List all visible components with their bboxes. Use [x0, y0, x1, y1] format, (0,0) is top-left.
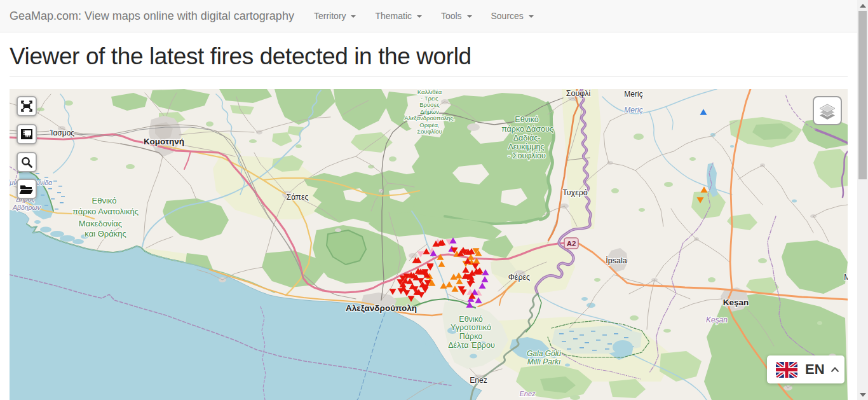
svg-text:Εθνικό: Εθνικό	[459, 315, 482, 324]
svg-text:Πάρκο: Πάρκο	[459, 332, 482, 341]
svg-text:Meriç: Meriç	[624, 90, 642, 99]
svg-text:Ίασμος: Ίασμος	[50, 128, 75, 137]
svg-text:Enez: Enez	[470, 376, 487, 385]
svg-text:Βρύσες: Βρύσες	[419, 101, 440, 108]
svg-text:Meriç: Meriç	[624, 106, 642, 114]
svg-text:Τυχερό: Τυχερό	[562, 188, 588, 197]
svg-text:Σουφλίου: Σουφλίου	[417, 128, 442, 135]
svg-text:Gala Gölü: Gala Gölü	[527, 349, 561, 358]
svg-text:Enez: Enez	[519, 390, 536, 397]
svg-text:- Σουφλίου: - Σουφλίου	[508, 151, 546, 160]
svg-text:Αλεξανδρούπολης,: Αλεξανδρούπολης,	[404, 114, 455, 121]
svg-text:Mecidiye: Mecidiye	[844, 273, 848, 282]
svg-text:Αλεξανδρούπολη: Αλεξανδρούπολη	[346, 303, 417, 313]
svg-text:Εθνικό: Εθνικό	[92, 196, 117, 205]
svg-text:Δήμων: Δήμων	[420, 108, 439, 115]
svg-text:Κομοτηνή: Κομοτηνή	[144, 137, 184, 146]
svg-text:A2: A2	[567, 240, 576, 247]
svg-text:Δαδιάς-: Δαδιάς-	[513, 134, 541, 142]
svg-text:πάρκο Ανατολικής: πάρκο Ανατολικής	[72, 207, 139, 216]
svg-text:Μακεδονίας: Μακεδονίας	[79, 219, 122, 228]
svg-text:Millî Parkı: Millî Parkı	[527, 357, 561, 366]
svg-text:İpsala: İpsala	[606, 256, 627, 265]
svg-text:Σάπες: Σάπες	[286, 193, 308, 202]
svg-text:Σουφλί: Σουφλί	[566, 89, 591, 98]
svg-text:Υγροτοπικό: Υγροτοπικό	[451, 323, 491, 332]
svg-text:Δέλτα Έβρου: Δέλτα Έβρου	[448, 341, 495, 350]
svg-text:Αβδήρων: Αβδήρων	[12, 203, 41, 211]
svg-text:Λευκίμμης: Λευκίμμης	[508, 142, 544, 151]
svg-text:και Θράκης: και Θράκης	[85, 229, 126, 238]
svg-text:Φέρες: Φέρες	[508, 273, 530, 282]
svg-text:Keşan: Keşan	[706, 315, 728, 324]
svg-text:Keşan: Keşan	[723, 298, 749, 307]
svg-text:Εθνικό: Εθνικό	[515, 115, 538, 124]
svg-text:- Τρεις: - Τρεις	[421, 95, 438, 102]
svg-text:πάρκο Δάσους: πάρκο Δάσους	[501, 125, 553, 134]
svg-text:Ορφέα,: Ορφέα,	[419, 121, 439, 128]
